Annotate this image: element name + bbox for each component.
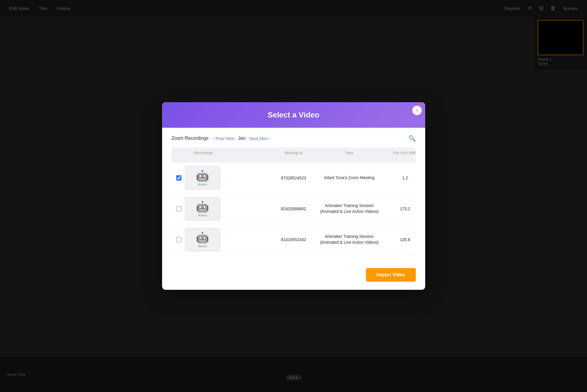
search-button[interactable]: 🔍 [408,135,416,142]
row-2-thumbnail: 🤖 Animo [185,197,220,221]
row-1-topic: Infant Tona's Zoom Meeting [317,175,382,181]
next-month-button[interactable]: Next Mon › [249,136,270,141]
modal-body: Zoom Recordings ‹ Prev Mon Jan Next Mon … [162,128,425,262]
row-1-thumbnail: 🤖 Animo [185,166,220,190]
col-header-recordings: Recordings [176,151,270,159]
row-1-file-size: 1.2 [382,176,416,180]
col-header-file-size: File Size (MB) [382,151,416,159]
row-2-meeting-id: 82402689642 [270,206,317,211]
import-video-button[interactable]: Import Video [366,268,416,282]
row-3-thumbnail: 🤖 Animo [185,228,220,251]
nav-row: Zoom Recordings ‹ Prev Mon Jan Next Mon … [171,135,416,142]
row-2-file-size: 173.2 [382,206,416,211]
chevron-right-icon: › [269,136,271,141]
current-month: Jan [238,136,246,141]
modal-overlay: Select a Video × Zoom Recordings ‹ Prev … [0,0,587,392]
row-3-recording: 🤖 Animo [176,228,270,251]
row-3-thumb-label: Animo [198,244,207,248]
row-1-thumb-label: Animo [198,183,207,186]
modal-close-button[interactable]: × [412,106,422,115]
row-3-topic: Animaker Training Session (Animated & Li… [317,234,382,245]
select-video-modal: Select a Video × Zoom Recordings ‹ Prev … [162,102,425,290]
row-2-thumb-label: Animo [198,213,207,217]
robot-icon-3: 🤖 [196,231,209,244]
chevron-left-icon: ‹ [213,136,215,141]
table-header: Recordings Meeting Id Topic File Size (M… [171,148,416,162]
next-month-label: Next Mon [249,136,268,141]
robot-icon-2: 🤖 [196,201,209,213]
row-1-recording: 🤖 Animo [176,166,270,190]
modal-header: Select a Video × [162,102,425,128]
recordings-table: Recordings Meeting Id Topic File Size (M… [171,148,416,255]
source-label: Zoom Recordings [171,136,208,141]
row-2-checkbox[interactable] [176,206,181,211]
col-header-topic: Topic [317,151,382,159]
row-3-meeting-id: 81416952342 [270,237,317,242]
table-row: 🤖 Animo 82402689642 Animaker Training Se… [171,194,416,224]
row-1-checkbox[interactable] [176,175,181,181]
row-2-topic: Animaker Training Session (Animated & Li… [317,203,382,214]
modal-title: Select a Video [174,110,413,120]
prev-month-label: Prev Mon [216,136,234,141]
row-2-recording: 🤖 Animo [176,197,270,221]
search-icon: 🔍 [408,135,416,142]
robot-icon: 🤖 [196,170,209,182]
row-3-file-size: 135.8 [382,237,416,242]
modal-footer: Import Video [162,262,425,290]
col-header-meeting-id: Meeting Id [270,151,317,159]
row-3-checkbox[interactable] [176,237,181,242]
table-row: 🤖 Animo 81416952342 Animaker Training Se… [171,224,416,255]
prev-month-button[interactable]: ‹ Prev Mon [213,136,235,141]
row-1-meeting-id: 87328524523 [270,176,317,180]
table-row: 🤖 Animo 87328524523 Infant Tona's Zoom M… [171,163,416,193]
